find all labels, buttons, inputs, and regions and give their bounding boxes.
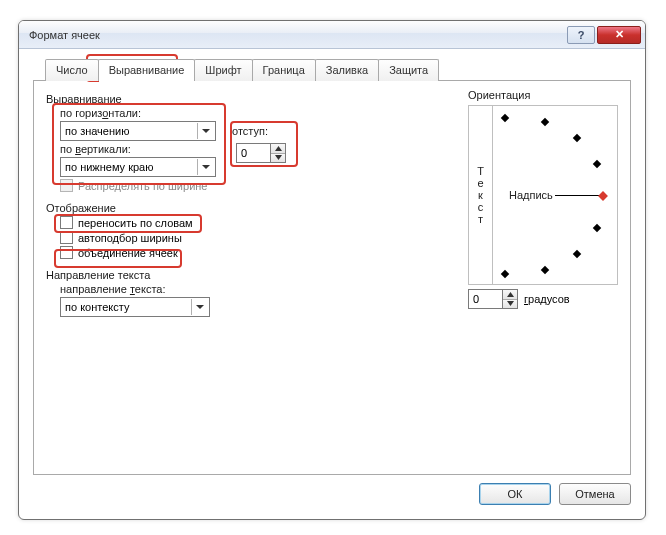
cancel-button[interactable]: Отмена — [559, 483, 631, 505]
ok-button[interactable]: ОК — [479, 483, 551, 505]
dial-line — [555, 195, 601, 196]
dial-handle[interactable] — [598, 191, 608, 201]
close-button[interactable]: ✕ — [597, 26, 641, 44]
window-title: Формат ячеек — [29, 29, 565, 41]
indent-value[interactable] — [236, 143, 270, 163]
checkbox-box — [60, 246, 73, 259]
degrees-value[interactable] — [468, 289, 502, 309]
indent-label: отступ: — [232, 125, 268, 137]
checkbox-box — [60, 216, 73, 229]
spin-up-icon[interactable] — [503, 290, 517, 300]
text-direction-select[interactable]: по контексту — [60, 297, 210, 317]
chevron-down-icon — [197, 159, 213, 175]
orientation-box: Текст Надпись — [468, 105, 618, 285]
spin-up-icon[interactable] — [271, 144, 285, 154]
dial-dot — [541, 266, 549, 274]
chevron-down-icon — [197, 123, 213, 139]
text-direction-label: направление текста: — [60, 283, 165, 295]
spin-down-icon[interactable] — [271, 154, 285, 163]
tab-font[interactable]: Шрифт — [194, 59, 252, 81]
dial-dot — [573, 250, 581, 258]
degrees-label: градусов — [524, 293, 570, 305]
chevron-down-icon — [191, 299, 207, 315]
indent-spinner[interactable] — [236, 143, 286, 163]
horizontal-align-select[interactable]: по значению — [60, 121, 216, 141]
orientation-vertical-text-button[interactable]: Текст — [469, 106, 493, 284]
dial-dot — [573, 134, 581, 142]
dial-dot — [593, 160, 601, 168]
dial-dot — [501, 270, 509, 278]
tab-alignment[interactable]: Выравнивание — [98, 59, 196, 81]
group-orientation: Ориентация Текст Надпись — [468, 87, 618, 309]
tab-number[interactable]: Число — [45, 59, 99, 81]
tab-protection[interactable]: Защита — [378, 59, 439, 81]
vertical-align-label: по вертикали: — [60, 143, 131, 155]
dialog-window: Формат ячеек ? ✕ Число Выравнивание Шриф… — [18, 20, 646, 520]
horizontal-align-label: по горизонтали: — [60, 107, 141, 119]
spin-down-icon[interactable] — [503, 300, 517, 309]
dialog-buttons: ОК Отмена — [33, 483, 631, 505]
tab-border[interactable]: Граница — [252, 59, 316, 81]
tab-panel-alignment: Выравнивание по горизонтали: по значению… — [33, 80, 631, 475]
degrees-spinner[interactable] — [468, 289, 518, 309]
tab-fill[interactable]: Заливка — [315, 59, 379, 81]
spinner-buttons[interactable] — [502, 289, 518, 309]
dial-dot — [541, 118, 549, 126]
checkbox-box — [60, 179, 73, 192]
orientation-dial[interactable]: Надпись — [493, 106, 617, 284]
dial-dot — [501, 114, 509, 122]
spinner-buttons[interactable] — [270, 143, 286, 163]
checkbox-box — [60, 231, 73, 244]
vertical-align-select[interactable]: по нижнему краю — [60, 157, 216, 177]
help-button[interactable]: ? — [567, 26, 595, 44]
client-area: Число Выравнивание Шрифт Граница Заливка… — [19, 49, 645, 519]
orientation-dial-label: Надпись — [509, 189, 553, 201]
titlebar: Формат ячеек ? ✕ — [19, 21, 645, 49]
orientation-label: Ориентация — [468, 89, 618, 101]
dial-dot — [593, 224, 601, 232]
tabstrip: Число Выравнивание Шрифт Граница Заливка… — [45, 59, 631, 81]
